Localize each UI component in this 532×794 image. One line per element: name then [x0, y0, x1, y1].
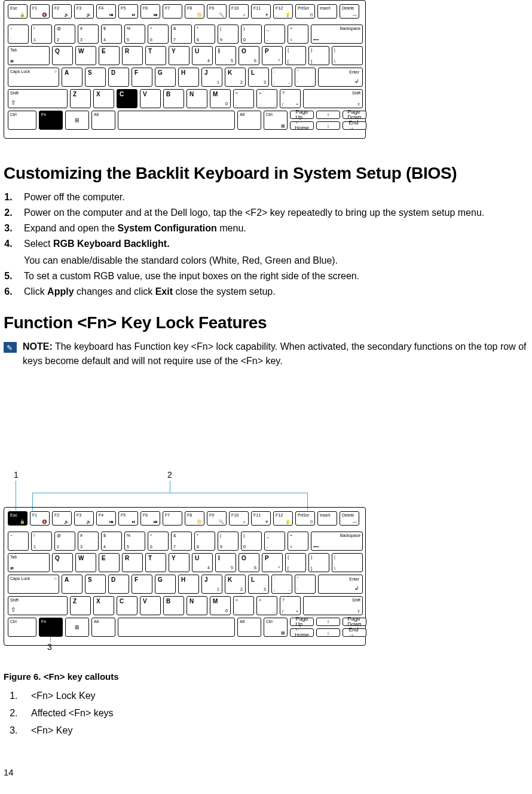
key: F4⏮ [96, 511, 116, 526]
step-4-b: RGB Keyboard Backlight. [53, 239, 170, 249]
step-6-e: close the system setup. [173, 286, 276, 297]
key: ↓ [316, 121, 340, 130]
note-block: NOTE: The keyboard has Function key <Fn>… [4, 340, 528, 368]
key: G [155, 68, 176, 87]
key [118, 111, 235, 130]
key: %5 [124, 532, 145, 551]
key: !1 [31, 532, 52, 551]
key: Backspace⟵ [311, 25, 363, 44]
key: O6 [239, 553, 259, 572]
key: (9 [218, 25, 239, 44]
key: F2🔉 [52, 511, 72, 526]
step-6-d: Exit [155, 286, 173, 297]
key: End → [343, 628, 366, 637]
key: &7 [171, 25, 192, 44]
key: N [186, 596, 207, 615]
key: $4 [101, 532, 122, 551]
key: #3 [78, 25, 99, 44]
key: V [140, 596, 161, 615]
heading-bios: Customizing the Backlit Keyboard in Syst… [4, 164, 528, 183]
key: P* [262, 553, 283, 572]
heading-fn-lock: Function <Fn> Key Lock Features [4, 313, 528, 332]
key: T [145, 46, 166, 65]
key: T [145, 553, 166, 572]
key: Delete— [340, 511, 359, 526]
key: <, [233, 89, 254, 108]
step-6-b: Apply [47, 286, 74, 297]
step-2: Power on the computer and at the Dell lo… [20, 206, 528, 220]
key: W [75, 553, 96, 572]
key: Shift⇧ [303, 596, 363, 615]
key: F8📀 [185, 511, 204, 526]
key: F4⏮ [96, 4, 116, 19]
key: K2 [225, 68, 246, 87]
key: E [99, 46, 120, 65]
key: {[ [285, 46, 306, 65]
key: PrtScr⎙ [295, 511, 315, 526]
key: Ctrl▤ [264, 111, 288, 130]
key: J1 [201, 68, 222, 87]
key: Shift⇧ [303, 89, 363, 108]
key: U4 [192, 553, 213, 572]
key: X [93, 596, 114, 615]
step-6-c: changes and click [74, 286, 155, 297]
key: Page Up [290, 111, 314, 119]
key: _- [264, 532, 285, 551]
key: ?/+ [280, 89, 301, 108]
keyboard-diagram-2: Esc🔒F1🔇F2🔉F3🔊F4⏮F5⏯F6⏭F7F8📀F9🔍F10☼F11☀F1… [4, 507, 366, 646]
key: |\ [332, 553, 363, 572]
keyboard-diagram-2-wrap: 1 2 3 Esc🔒F1🔇F2🔉F3🔊F4⏮F5⏯F6⏭F7F8📀F9🔍F10☼… [4, 481, 366, 646]
bios-steps-list: Power off the computer. Power on the com… [4, 190, 528, 299]
key: S [85, 575, 106, 594]
note-text: The keyboard has Function key <Fn> lock … [23, 341, 527, 366]
key: F6⏭ [140, 4, 160, 19]
key: {[ [285, 553, 306, 572]
key: K2 [225, 575, 246, 594]
key: ~` [8, 532, 29, 551]
key: }] [308, 553, 329, 572]
key: F3🔊 [74, 4, 94, 19]
key: Y [169, 46, 189, 65]
key: Page Down [343, 618, 366, 626]
key [118, 618, 235, 637]
key: B [163, 89, 184, 108]
key: X [93, 89, 114, 108]
key: |\ [332, 46, 363, 65]
key: :;- [271, 68, 292, 87]
note-icon [4, 342, 17, 353]
key: F3🔊 [74, 511, 94, 526]
key: $4 [101, 25, 122, 44]
key: Alt [237, 111, 261, 130]
key: ↓ [316, 628, 340, 637]
key: Esc🔒 [8, 511, 27, 526]
key: Enter↲ [318, 575, 363, 594]
key: F7 [163, 4, 182, 19]
key: Fn [39, 618, 63, 637]
key: )0 [241, 532, 262, 551]
key: L3 [248, 68, 269, 87]
key: F5⏯ [118, 511, 138, 526]
key: Z [70, 89, 91, 108]
key: }] [308, 46, 329, 65]
key: Page Up [290, 618, 314, 626]
key: _- [264, 25, 285, 44]
key: D [108, 68, 129, 87]
key: G [155, 575, 176, 594]
key: Caps Lock○ [8, 575, 59, 594]
key: F [132, 575, 152, 594]
key: F1🔇 [30, 4, 50, 19]
key: F12💡 [273, 4, 293, 19]
key: ~` [8, 25, 29, 44]
key: PrtScr⎙ [295, 4, 315, 19]
step-3: Expand and open the System Configuration… [20, 221, 528, 236]
key: Tab⇄ [8, 553, 50, 572]
key: )0 [241, 25, 262, 44]
key: A [62, 575, 82, 594]
key: F10☼ [229, 4, 249, 19]
callout-num-1: 1 [14, 470, 19, 480]
callout-num-2: 2 [167, 470, 172, 480]
key: U4 [192, 46, 213, 65]
step-3-a: Expand and open the [24, 223, 118, 233]
key: Alt [237, 618, 261, 637]
key: C [117, 596, 137, 615]
